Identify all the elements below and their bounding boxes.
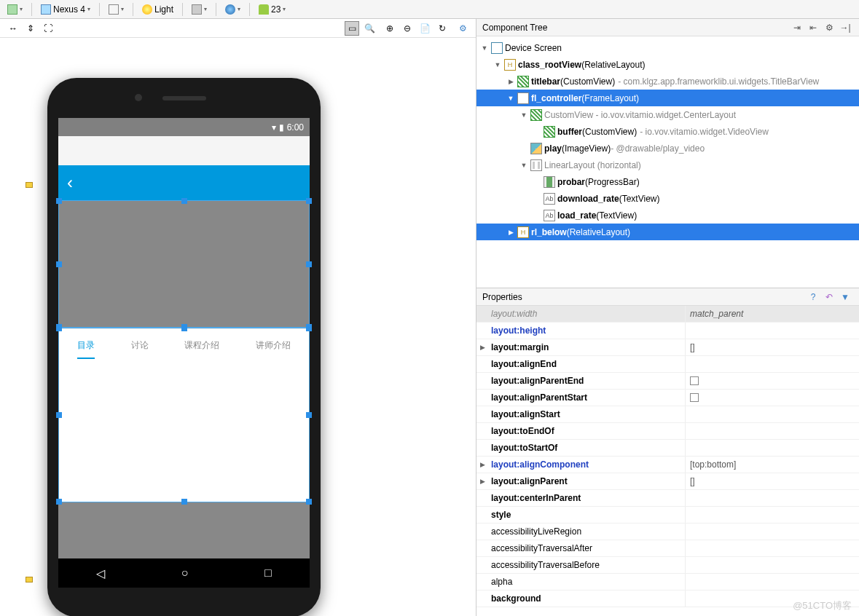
- device-frame: ▾ ▮ 6:00 ‹: [47, 78, 321, 616]
- document-icon[interactable]: 📄: [417, 21, 432, 36]
- expand-v-icon[interactable]: ⇕: [23, 21, 38, 36]
- tree-root[interactable]: ▼Device Screen: [476, 39, 859, 56]
- tree-item-titlebar[interactable]: ▶titlebar (CustomView) - com.klgz.app.fr…: [476, 73, 859, 90]
- prop-layout-alignEnd[interactable]: layout:alignEnd: [476, 356, 859, 373]
- gear-icon[interactable]: ⚙: [823, 21, 836, 34]
- tree-item-LinearLayout-horizontal-[interactable]: ▼LinearLayout (horizontal): [476, 157, 859, 173]
- prop-layout-alignParent[interactable]: ▶layout:alignParent[]: [476, 473, 859, 490]
- nav-recent-icon[interactable]: □: [264, 566, 272, 580]
- properties-panel: Properties ? ↶ ▼ layout:widthmatch_paren…: [476, 288, 859, 616]
- panel-title: Component Tree: [482, 23, 789, 33]
- tab-discuss[interactable]: 讨论: [131, 332, 149, 359]
- collapse-icon[interactable]: ⇤: [807, 21, 820, 34]
- select-tool-icon[interactable]: ▭: [345, 21, 359, 36]
- zoom-in-icon[interactable]: ⊕: [383, 21, 397, 36]
- pan-tool-icon[interactable]: ↔: [6, 21, 20, 36]
- prop-layout-toEndOf[interactable]: layout:toEndOf: [476, 423, 859, 440]
- prop-accessibilityLiveRegion[interactable]: accessibilityLiveRegion: [476, 524, 859, 540]
- prop-layout-margin[interactable]: ▶layout:margin[]: [476, 339, 859, 356]
- tab-course[interactable]: 课程介绍: [184, 332, 219, 359]
- design-panel: ↔ ⇕ ⛶ ▭ 🔍 ⊕ ⊖ 📄 ↻ ⚙ ▾ ▮: [0, 19, 476, 616]
- filter-icon[interactable]: ▼: [839, 291, 852, 304]
- tab-teacher[interactable]: 讲师介绍: [256, 332, 291, 359]
- title-bar: ‹: [58, 165, 310, 200]
- back-icon[interactable]: ‹: [67, 173, 73, 193]
- hide-icon[interactable]: →|: [839, 21, 852, 34]
- warning-marker[interactable]: [26, 182, 33, 188]
- wifi-icon: ▾: [272, 122, 276, 133]
- theme-selector[interactable]: Light: [138, 2, 177, 17]
- video-area[interactable]: [58, 200, 310, 328]
- expand-icon[interactable]: ⇥: [791, 21, 804, 34]
- zoom-actual-icon[interactable]: 🔍: [362, 21, 377, 36]
- refresh-icon[interactable]: ↻: [435, 21, 450, 36]
- fit-icon[interactable]: ⛶: [41, 21, 55, 36]
- undo-icon[interactable]: ↶: [823, 291, 836, 304]
- tree-item-probar[interactable]: probar (ProgressBar): [476, 173, 859, 190]
- tree-item-CustomView-io-vov-vitamio-widget-CenterLayout[interactable]: ▼CustomView - io.vov.vitamio.widget.Cent…: [476, 106, 859, 123]
- prop-layout-alignComponent[interactable]: ▶layout:alignComponent[top:bottom]: [476, 457, 859, 473]
- orientation-button[interactable]: ▾: [105, 2, 128, 17]
- nav-back-icon[interactable]: ◁: [96, 566, 105, 580]
- tree-item-rl_below[interactable]: ▶Hrl_below (RelativeLayout): [476, 224, 859, 240]
- main-toolbar: ▾ Nexus 4▾ ▾ Light ▾ ▾ 23▾: [0, 0, 859, 19]
- new-button[interactable]: ▾: [4, 2, 26, 17]
- config-button[interactable]: ▾: [188, 2, 211, 17]
- battery-icon: ▮: [279, 122, 284, 133]
- tree-item-fl_controller[interactable]: ▼fl_controller (FrameLayout): [476, 90, 859, 106]
- prop-layout-height[interactable]: layout:height: [476, 323, 859, 339]
- warning-marker[interactable]: [26, 577, 33, 583]
- prop-layout-alignParentEnd[interactable]: layout:alignParentEnd: [476, 373, 859, 390]
- design-canvas[interactable]: ▾ ▮ 6:00 ‹: [0, 38, 476, 616]
- prop-style[interactable]: style: [476, 507, 859, 524]
- watermark: @51CTO博客: [793, 599, 852, 612]
- help-icon[interactable]: ?: [807, 291, 820, 304]
- tab-bar: 目录 讨论 课程介绍 讲师介绍: [59, 328, 309, 361]
- tree-item-download_rate[interactable]: Abdownload_rate (TextView): [476, 190, 859, 207]
- prop-accessibilityTraversalAfter[interactable]: accessibilityTraversalAfter: [476, 540, 859, 557]
- api-selector[interactable]: 23▾: [255, 2, 289, 17]
- panel-title: Properties: [482, 292, 805, 302]
- device-selector[interactable]: Nexus 4▾: [37, 2, 94, 17]
- prop-layout-alignStart[interactable]: layout:alignStart: [476, 406, 859, 423]
- gear-icon[interactable]: ⚙: [455, 21, 470, 36]
- nav-bar: ◁ ○ □: [58, 558, 310, 588]
- nav-home-icon[interactable]: ○: [181, 566, 189, 580]
- prop-layout-toStartOf[interactable]: layout:toStartOf: [476, 440, 859, 457]
- prop-layout-centerInParent[interactable]: layout:centerInParent: [476, 490, 859, 507]
- zoom-out-icon[interactable]: ⊖: [400, 21, 415, 36]
- prop-layout-width[interactable]: layout:widthmatch_parent: [476, 306, 859, 323]
- prop-layout-alignParentStart[interactable]: layout:alignParentStart: [476, 390, 859, 406]
- android-icon: [259, 4, 269, 15]
- tree-item-buffer[interactable]: buffer (CustomView) - io.vov.vitamio.wid…: [476, 123, 859, 140]
- prop-alpha[interactable]: alpha: [476, 574, 859, 591]
- tree-item-load_rate[interactable]: Abload_rate (TextView): [476, 207, 859, 224]
- status-bar: ▾ ▮ 6:00: [58, 118, 310, 136]
- tree-item-play[interactable]: play (ImageView) - @drawable/play_video: [476, 140, 859, 157]
- tab-catalog[interactable]: 目录: [77, 332, 95, 359]
- tree-item-class_rootView[interactable]: ▼Hclass_rootView (RelativeLayout): [476, 56, 859, 73]
- locale-button[interactable]: ▾: [221, 2, 244, 17]
- prop-accessibilityTraversalBefore[interactable]: accessibilityTraversalBefore: [476, 557, 859, 574]
- clock-text: 6:00: [287, 122, 304, 133]
- component-tree-panel: Component Tree ⇥ ⇤ ⚙ →| ▼Device Screen▼H…: [476, 19, 859, 288]
